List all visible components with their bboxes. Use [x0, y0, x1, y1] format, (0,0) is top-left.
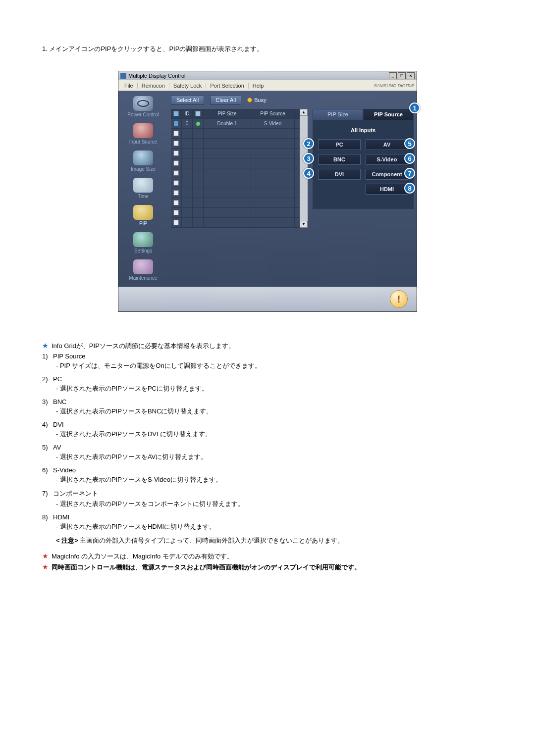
list-number: 8)	[42, 513, 53, 521]
brand-label: SAMSUNG DIGITall	[374, 83, 414, 88]
callout-3: 3	[303, 153, 314, 164]
table-row[interactable]	[171, 188, 300, 198]
sidebar-item-image-size[interactable]: Image Size	[121, 150, 165, 174]
callout-8: 8	[404, 183, 415, 194]
sidebar-item-time[interactable]: Time	[121, 177, 165, 201]
clear-all-button[interactable]: Clear All	[210, 95, 241, 105]
sidebar-label: Settings	[121, 248, 165, 253]
col-pip-size: PIP Size	[204, 109, 251, 118]
callout-5: 5	[404, 138, 415, 149]
info-grid: ID PIP Size PIP Source 0 Double 1 S-Vid	[171, 109, 300, 228]
close-button[interactable]: ×	[407, 72, 415, 79]
star-icon: ★	[42, 552, 49, 560]
table-row[interactable]: 0 Double 1 S-Video	[171, 119, 300, 129]
list-desc: - 選択された表示のPIPソースをPCに切り替えます。	[56, 384, 493, 393]
table-row[interactable]	[171, 198, 300, 208]
tab-label: PIP Source	[374, 111, 403, 117]
table-row[interactable]	[171, 139, 300, 149]
list-number: 1)	[42, 353, 53, 360]
menubar: File Remocon Safety Lock Port Selection …	[118, 80, 417, 91]
row-checkbox-icon[interactable]	[173, 160, 179, 166]
intro-text: 1. メインアイコンのPIPをクリックすると、PIPの調節画面が表示されます。	[42, 45, 493, 53]
pip-power-note: 同時画面コントロール機能は、電源ステータスおよび同時画面機能がオンのディスプレイ…	[52, 563, 361, 572]
row-checkbox-icon[interactable]	[173, 180, 179, 186]
row-checkbox-icon[interactable]	[173, 170, 179, 176]
source-hdmi-button[interactable]: HDMI	[366, 184, 408, 195]
notes-list: 1)PIP Source - PIP サイズは、モニターの電源をOnにして調節す…	[42, 353, 493, 545]
list-number: 4)	[42, 421, 53, 428]
tab-pip-source[interactable]: PIP Source 1	[363, 109, 414, 120]
tab-pip-size[interactable]: PIP Size	[313, 109, 363, 120]
row-checkbox-icon[interactable]	[173, 131, 179, 136]
pip-icon	[133, 205, 153, 220]
menu-safety-lock[interactable]: Safety Lock	[169, 83, 206, 89]
window-title: Multiple Display Control	[128, 73, 186, 79]
source-dvi-button[interactable]: DVI	[318, 169, 361, 180]
source-av-button[interactable]: AV	[366, 139, 408, 150]
row-checkbox-icon[interactable]	[173, 210, 179, 215]
table-row[interactable]	[171, 149, 300, 158]
col-pip-source: PIP Source	[251, 109, 295, 118]
list-desc: - 選択された表示のPIPソースをS-Videoに切り替えます。	[56, 475, 493, 484]
row-checkbox-icon[interactable]	[173, 220, 179, 225]
sidebar-label: PIP	[121, 221, 165, 226]
table-row[interactable]	[171, 158, 300, 168]
star-icon: ★	[42, 563, 49, 571]
sidebar-item-power-control[interactable]: Power Control	[121, 95, 165, 119]
table-row[interactable]	[171, 178, 300, 188]
menu-file[interactable]: File	[120, 83, 138, 89]
callout-1: 1	[409, 102, 420, 113]
table-row[interactable]	[171, 129, 300, 139]
list-number: 5)	[42, 444, 53, 451]
sidebar-item-maintenance[interactable]: Maintenance	[121, 258, 165, 283]
busy-indicator: Busy	[247, 97, 266, 103]
sidebar-item-input-source[interactable]: Input Source	[121, 122, 165, 147]
list-number: 2)	[42, 375, 53, 383]
app-window: Multiple Display Control _ □ × File Remo…	[118, 71, 417, 312]
list-title: HDMI	[53, 513, 69, 521]
row-checkbox-icon[interactable]	[173, 151, 179, 156]
list-desc: - 選択された表示のPIPソースをHDMIに切り替えます。	[56, 522, 493, 531]
warning-icon: !	[390, 290, 408, 308]
sidebar-label: Power Control	[121, 112, 165, 117]
titlebar: Multiple Display Control _ □ ×	[118, 71, 417, 80]
sidebar-item-settings[interactable]: Settings	[121, 231, 165, 255]
table-row[interactable]	[171, 208, 300, 218]
scroll-up-icon[interactable]: ▲	[300, 109, 308, 116]
col-id: ID	[182, 109, 193, 118]
menu-help[interactable]: Help	[249, 83, 268, 89]
magicinfo-note: MagicInfo の入力ソースは、MagicInfo モデルでのみ有効です。	[52, 552, 233, 561]
source-svideo-button[interactable]: S-Video	[366, 154, 408, 165]
checkbox-icon	[173, 111, 179, 116]
list-title: BNC	[53, 398, 66, 405]
select-all-button[interactable]: Select All	[171, 95, 204, 105]
col-checkbox[interactable]	[171, 109, 182, 118]
menu-port-selection[interactable]: Port Selection	[206, 83, 248, 89]
status-header-icon	[195, 111, 201, 116]
power-icon	[133, 96, 153, 111]
scroll-down-icon[interactable]: ▼	[300, 221, 308, 228]
row-checkbox-icon[interactable]	[173, 200, 179, 205]
table-row[interactable]	[171, 168, 300, 178]
app-icon	[120, 73, 126, 79]
sidebar-item-pip[interactable]: PIP	[121, 204, 165, 228]
source-bnc-button[interactable]: BNC	[318, 154, 361, 165]
maintenance-icon	[133, 259, 153, 274]
table-row[interactable]	[171, 218, 300, 228]
row-checkbox-icon[interactable]	[173, 141, 179, 146]
list-title: PIP Source	[53, 353, 86, 360]
row-checkbox-icon[interactable]	[173, 190, 179, 196]
list-title: S-Video	[53, 466, 76, 474]
source-component-button[interactable]: Component	[366, 169, 408, 180]
settings-icon	[133, 232, 153, 247]
tab-panel: PIP Size PIP Source 1 All Inputs 2 3	[313, 109, 414, 228]
list-number: 3)	[42, 398, 53, 405]
maximize-button[interactable]: □	[398, 72, 406, 79]
row-checkbox-icon[interactable]	[173, 121, 179, 126]
menu-remocon[interactable]: Remocon	[138, 83, 169, 89]
list-desc: - 選択された表示のPIPソースをDVI に切り替えます。	[56, 430, 493, 439]
source-pc-button[interactable]: PC	[318, 139, 361, 150]
sidebar-label: Maintenance	[121, 275, 165, 281]
minimize-button[interactable]: _	[389, 72, 397, 79]
list-desc: - 選択された表示のPIPソースをAVに切り替えます。	[56, 453, 493, 461]
